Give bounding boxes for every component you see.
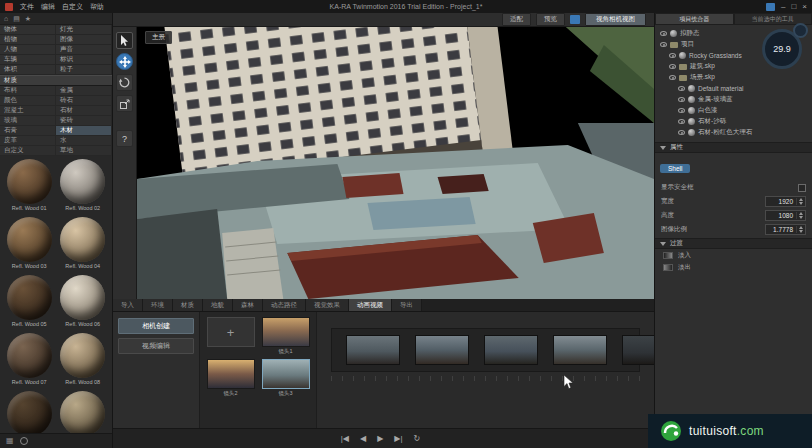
tree-row[interactable]: 金属-玻璃蓝 bbox=[655, 94, 812, 105]
safe-frame-checkbox[interactable] bbox=[798, 184, 806, 192]
material-swatch[interactable]: Refl. Wood 02 bbox=[57, 159, 110, 216]
eye-icon[interactable] bbox=[660, 31, 667, 36]
help-tool[interactable]: ? bbox=[116, 130, 133, 147]
material-swatch[interactable]: Refl. Wood 08 bbox=[57, 333, 110, 390]
tree-row[interactable]: 石材-沙砾 bbox=[655, 116, 812, 127]
material-type[interactable]: 布料 bbox=[0, 86, 56, 96]
rotate-tool[interactable] bbox=[116, 74, 133, 91]
material-swatch[interactable]: Refl. Wood 05 bbox=[3, 275, 56, 332]
menu-help[interactable]: 帮助 bbox=[90, 2, 104, 12]
eye-icon[interactable] bbox=[678, 119, 685, 124]
folder-icon[interactable]: ▤ bbox=[13, 15, 20, 23]
category-item[interactable]: 植物 bbox=[0, 35, 56, 45]
fade-in-row[interactable]: 淡入 bbox=[655, 249, 812, 261]
tab-animation-video[interactable]: 动画视频 bbox=[349, 299, 392, 311]
clip-cell[interactable]: 镜头2 bbox=[205, 359, 256, 397]
material-swatch[interactable]: Refl. Wood 09 bbox=[3, 391, 56, 433]
fade-out-row[interactable]: 淡出 bbox=[655, 261, 812, 273]
material-type[interactable]: 颜色 bbox=[0, 96, 56, 106]
category-item[interactable]: 图像 bbox=[56, 35, 112, 45]
go-end-button[interactable]: ▶| bbox=[394, 434, 402, 443]
tree-row[interactable]: 场景.skp bbox=[655, 72, 812, 83]
category-item[interactable]: 声音 bbox=[56, 45, 112, 55]
go-start-button[interactable]: |◀ bbox=[341, 434, 349, 443]
scene-tab[interactable]: 主景 bbox=[145, 31, 172, 44]
clip-cell[interactable]: 镜头3 bbox=[260, 359, 311, 397]
clip-thumbnail[interactable] bbox=[262, 317, 310, 347]
frame-thumbnail[interactable] bbox=[484, 335, 538, 365]
menu-file[interactable]: 文件 bbox=[20, 2, 34, 12]
material-type[interactable]: 石材 bbox=[56, 106, 112, 116]
materials-header[interactable]: 材质 bbox=[0, 75, 112, 86]
material-type[interactable]: 草地 bbox=[56, 146, 112, 156]
loop-button[interactable]: ↻ bbox=[414, 434, 421, 443]
frame-thumbnail[interactable] bbox=[553, 335, 607, 365]
height-value[interactable]: 1080 bbox=[766, 212, 796, 219]
material-type[interactable]: 石膏 bbox=[0, 126, 56, 136]
decrement-icon[interactable] bbox=[799, 230, 803, 233]
material-type[interactable]: 自定义 bbox=[0, 146, 56, 156]
category-item[interactable]: 灯光 bbox=[56, 25, 112, 35]
add-clip-button[interactable]: + bbox=[207, 317, 255, 347]
material-type-wood[interactable]: 木材 bbox=[56, 126, 112, 136]
material-type[interactable]: 瓷砖 bbox=[56, 116, 112, 126]
scale-tool[interactable] bbox=[116, 95, 133, 112]
menu-edit[interactable]: 编辑 bbox=[41, 2, 55, 12]
tab-scene-graph[interactable]: 项目统合器 bbox=[655, 13, 734, 25]
transition-header[interactable]: 过渡 bbox=[655, 238, 812, 249]
increment-icon[interactable] bbox=[799, 226, 803, 229]
category-item[interactable]: 标识 bbox=[56, 55, 112, 65]
material-swatch[interactable]: Refl. Wood 04 bbox=[57, 217, 110, 274]
minimize-button[interactable]: – bbox=[781, 3, 785, 11]
category-item[interactable]: 人物 bbox=[0, 45, 56, 55]
3d-viewport[interactable]: 主景 bbox=[137, 27, 654, 299]
decrement-icon[interactable] bbox=[799, 216, 803, 219]
camera-icon[interactable] bbox=[570, 15, 580, 24]
material-type[interactable]: 金属 bbox=[56, 86, 112, 96]
tab-import[interactable]: 导入 bbox=[113, 299, 143, 311]
preview-button[interactable]: 预览 bbox=[536, 13, 565, 26]
material-swatch[interactable]: Refl. Wood 03 bbox=[3, 217, 56, 274]
material-type[interactable]: 砖石 bbox=[56, 96, 112, 106]
category-item[interactable]: 车辆 bbox=[0, 55, 56, 65]
clip-thumbnail[interactable] bbox=[207, 359, 255, 389]
eye-icon[interactable] bbox=[660, 42, 667, 47]
eye-icon[interactable] bbox=[678, 108, 685, 113]
select-tool[interactable] bbox=[116, 32, 133, 49]
maximize-button[interactable]: □ bbox=[791, 3, 796, 11]
frame-thumbnail[interactable] bbox=[346, 335, 400, 365]
tab-forest[interactable]: 森林 bbox=[233, 299, 263, 311]
category-item[interactable]: 粒子 bbox=[56, 65, 112, 75]
increment-icon[interactable] bbox=[799, 212, 803, 215]
ratio-value[interactable]: 1.7778 bbox=[766, 226, 796, 233]
video-edit-button[interactable]: 视频编辑 bbox=[118, 338, 194, 354]
clip-thumbnail-selected[interactable] bbox=[262, 359, 310, 389]
material-swatch[interactable]: Refl. Wood 10 bbox=[57, 391, 110, 433]
tree-row[interactable]: 石材-粉红色大理石 bbox=[655, 127, 812, 138]
material-type[interactable]: 混凝土 bbox=[0, 106, 56, 116]
width-value[interactable]: 1920 bbox=[766, 198, 796, 205]
tab-material[interactable]: 材质 bbox=[173, 299, 203, 311]
frame-thumbnail[interactable] bbox=[415, 335, 469, 365]
menu-customize[interactable]: 自定义 bbox=[62, 2, 83, 12]
eye-icon[interactable] bbox=[669, 64, 676, 69]
tab-path[interactable]: 动态路径 bbox=[263, 299, 306, 311]
tree-row[interactable]: Default material bbox=[655, 83, 812, 94]
properties-header[interactable]: 属性 bbox=[655, 142, 812, 153]
material-type[interactable]: 玻璃 bbox=[0, 116, 56, 126]
home-icon[interactable]: ⌂ bbox=[4, 15, 8, 22]
eye-icon[interactable] bbox=[678, 86, 685, 91]
grid-view-icon[interactable]: ▦ bbox=[6, 437, 14, 445]
material-swatch[interactable]: Refl. Wood 06 bbox=[57, 275, 110, 332]
tab-environment[interactable]: 环境 bbox=[143, 299, 173, 311]
eye-icon[interactable] bbox=[678, 97, 685, 102]
settings-gear-icon[interactable] bbox=[20, 437, 28, 445]
add-clip-cell[interactable]: + bbox=[205, 317, 256, 355]
eye-icon[interactable] bbox=[678, 130, 685, 135]
tab-export[interactable]: 导出 bbox=[392, 299, 422, 311]
camera-view-button[interactable]: 视角相机视图 bbox=[585, 13, 646, 26]
play-button[interactable]: ▶ bbox=[377, 434, 383, 443]
material-swatch[interactable]: Refl. Wood 07 bbox=[3, 333, 56, 390]
eye-icon[interactable] bbox=[669, 53, 676, 58]
clip-cell[interactable]: 镜头1 bbox=[260, 317, 311, 355]
